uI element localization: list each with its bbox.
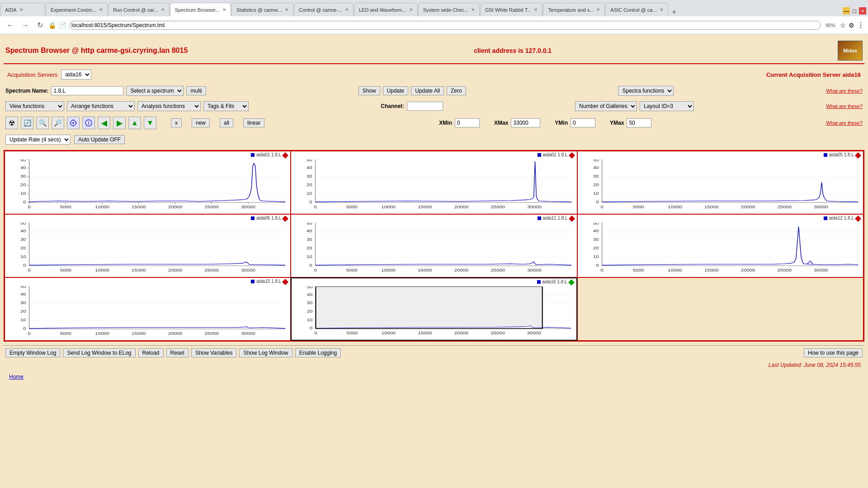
tab-spectrum-browser[interactable]: Spectrum Browser... ✕ xyxy=(170,3,231,16)
tab-close[interactable]: ✕ xyxy=(19,7,23,12)
info-icon: i xyxy=(85,119,92,127)
tab-close[interactable]: ✕ xyxy=(409,7,413,12)
address-bar[interactable] xyxy=(69,21,821,30)
chart-cell-aida06[interactable]: aida06 1.8.L 0 10 20 30 40 5 xyxy=(5,214,291,277)
tab-close[interactable]: ✕ xyxy=(285,7,288,12)
tab-run-control[interactable]: Run Control @ car... ✕ xyxy=(108,3,170,16)
xmax-input[interactable]: 33000 xyxy=(511,118,540,127)
more-options-icon[interactable]: ⋮ xyxy=(857,21,864,29)
x-button[interactable]: x xyxy=(171,118,182,127)
reset-button[interactable]: Reset xyxy=(166,348,189,357)
spectrum-name-input[interactable] xyxy=(51,86,123,95)
num-galleries-dropdown[interactable]: Number of Galleries xyxy=(575,101,637,111)
what-are-these-2[interactable]: What are these? xyxy=(826,103,863,109)
maximize-button[interactable]: □ xyxy=(851,7,858,14)
svg-text:10: 10 xyxy=(20,318,26,322)
svg-text:20: 20 xyxy=(20,246,26,250)
forward-button[interactable]: → xyxy=(19,20,32,30)
tab-led-waveform[interactable]: LED and Waveform... ✕ xyxy=(354,3,418,16)
tab-close[interactable]: ✕ xyxy=(222,7,226,12)
all-button[interactable]: all xyxy=(220,118,233,127)
update-rate-select[interactable]: Update Rate (4 secs) xyxy=(5,135,71,145)
tab-close[interactable]: ✕ xyxy=(99,7,103,12)
view-functions-dropdown[interactable]: View functions xyxy=(5,101,64,111)
what-are-these-3[interactable]: What are these? xyxy=(826,120,863,126)
tab-close[interactable]: ✕ xyxy=(161,7,165,12)
tab-system-check[interactable]: System wide Chec... ✕ xyxy=(418,3,480,16)
new-button[interactable]: new xyxy=(192,118,210,127)
home-link[interactable]: Home xyxy=(7,372,25,382)
bookmark-icon[interactable]: ☆ xyxy=(840,22,846,29)
xmin-input[interactable]: 0 xyxy=(455,118,480,127)
info-icon-button[interactable]: i xyxy=(82,117,95,129)
multi-button[interactable]: multi xyxy=(186,86,206,95)
chart-cell-aida16[interactable]: aida16 1.8.L 0 10 20 30 40 5 xyxy=(291,277,577,341)
svg-text:20000: 20000 xyxy=(168,331,183,335)
empty-window-log-button[interactable]: Empty Window Log xyxy=(5,348,60,357)
svg-text:10000: 10000 xyxy=(668,205,682,209)
chart-cell-aida02[interactable]: aida02 1.8.L 0 10 20 30 40 5 xyxy=(291,151,577,214)
ymin-input[interactable]: 0 xyxy=(571,118,595,127)
channel-input[interactable] xyxy=(407,102,443,111)
close-window-button[interactable]: ✕ xyxy=(859,7,866,14)
auto-update-button[interactable]: Auto Update OFF xyxy=(74,135,125,144)
tags-fits-dropdown[interactable]: Tags & Fits xyxy=(203,101,249,111)
tab-asic-control[interactable]: ASIC Control @ ca... ✕ xyxy=(605,3,668,16)
spectra-functions-dropdown[interactable]: Spectra functions xyxy=(618,86,674,96)
tab-gsi-white-rabbit[interactable]: GSI White Rabbit T... ✕ xyxy=(480,3,543,16)
tab-close[interactable]: ✕ xyxy=(345,7,349,12)
radiation-icon-button[interactable]: ☢ xyxy=(5,117,18,129)
send-log-button[interactable]: Send Log Window to ELog xyxy=(63,348,135,357)
reload-button[interactable]: ↻ xyxy=(34,20,46,30)
svg-text:20: 20 xyxy=(593,246,599,250)
tab-experiment-control[interactable]: Experiment Contro... ✕ xyxy=(46,3,108,16)
tab-close[interactable]: ✕ xyxy=(534,7,538,12)
tab-aida[interactable]: AIDA ✕ xyxy=(0,3,45,16)
arrange-functions-dropdown[interactable]: Arrange functions xyxy=(67,101,135,111)
chart-cell-aida15[interactable]: aida15 1.8.L 0 10 20 30 40 5 xyxy=(5,277,291,341)
zoom-in-icon-button[interactable]: 🔍 xyxy=(36,117,49,129)
ymax-input[interactable]: 50 xyxy=(627,118,651,127)
tab-close[interactable]: ✕ xyxy=(596,7,600,12)
tab-control[interactable]: Control @ carme-... ✕ xyxy=(294,3,354,16)
enable-logging-button[interactable]: Enable Logging xyxy=(295,348,341,357)
tab-close[interactable]: ✕ xyxy=(660,7,663,12)
chart-diamond-aida01 xyxy=(282,152,288,159)
select-spectrum-dropdown[interactable]: Select a spectrum xyxy=(126,86,184,96)
svg-text:20: 20 xyxy=(307,246,312,250)
chart-cell-aida01[interactable]: aida01 1.8.L xyxy=(5,151,291,214)
svg-text:15000: 15000 xyxy=(704,205,719,209)
show-log-window-button[interactable]: Show Log Window xyxy=(239,348,292,357)
zero-button[interactable]: Zero xyxy=(447,86,466,95)
analysis-functions-dropdown[interactable]: Analysis functions xyxy=(137,101,201,111)
layout-id-dropdown[interactable]: Layout ID=3 xyxy=(640,101,694,111)
zoom-out-icon-button[interactable]: 🔍 xyxy=(52,117,64,129)
tab-statistics[interactable]: Statistics @ carme... ✕ xyxy=(231,3,293,16)
back-button[interactable]: ← xyxy=(4,20,16,30)
show-variables-button[interactable]: Show Variables xyxy=(191,348,237,357)
show-button[interactable]: Show xyxy=(359,86,380,95)
reload-button[interactable]: Reload xyxy=(138,348,164,357)
extensions-icon[interactable]: ⚙ xyxy=(849,22,854,29)
svg-text:30000: 30000 xyxy=(241,268,255,272)
what-are-these-1[interactable]: What are these? xyxy=(826,88,863,94)
update-button[interactable]: Update xyxy=(383,86,409,95)
left-arrow-button[interactable]: ◀ xyxy=(98,117,110,129)
up-arrow-button[interactable]: ▲ xyxy=(128,117,141,129)
acq-servers-select[interactable]: aida16 xyxy=(61,70,91,80)
down-arrow-button[interactable]: ▼ xyxy=(144,117,156,129)
linear-button[interactable]: linear xyxy=(243,118,264,127)
refresh-icon-button[interactable]: 🔄 xyxy=(21,117,33,129)
chart-cell-aida11[interactable]: aida11 1.8.L 0 10 20 30 40 5 xyxy=(291,214,577,277)
chart-cell-aida05[interactable]: aida05 1.8.L 0 10 20 30 40 5 xyxy=(577,151,863,214)
new-tab-button[interactable]: + xyxy=(669,8,680,16)
right-arrow-button[interactable]: ▶ xyxy=(113,117,126,129)
acquisition-servers: Acquisition Servers aida16 xyxy=(7,70,91,80)
update-all-button[interactable]: Update All xyxy=(411,86,444,95)
minimize-button[interactable]: — xyxy=(843,7,850,14)
how-to-use-button[interactable]: How to use this page xyxy=(804,348,863,357)
chart-cell-aida12[interactable]: aida12 1.8.L 0 10 20 30 40 5 xyxy=(577,214,863,277)
tab-close[interactable]: ✕ xyxy=(471,7,475,12)
target-icon-button[interactable] xyxy=(67,117,80,129)
tab-temperature[interactable]: Temperature and s... ✕ xyxy=(543,3,605,16)
